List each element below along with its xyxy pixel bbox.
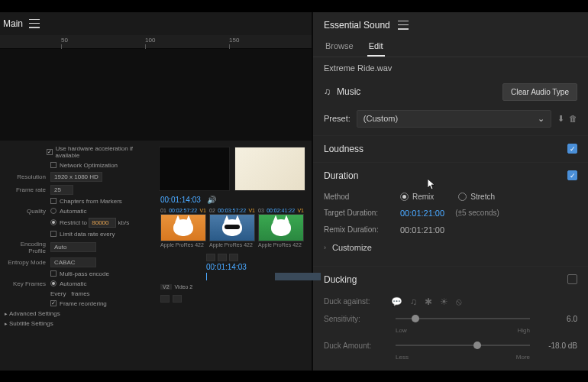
remix-radio[interactable] (400, 193, 409, 201)
slider-thumb[interactable] (412, 315, 419, 322)
menu-icon[interactable] (29, 19, 40, 28)
track-v2-badge[interactable]: V2 (160, 284, 172, 290)
reorder-label: Frame reordering (60, 300, 107, 307)
hw-accel-checkbox[interactable] (47, 149, 53, 155)
method-label: Method (324, 193, 389, 201)
duration-toggle[interactable] (567, 170, 577, 180)
reorder-checkbox[interactable] (50, 300, 57, 306)
timecode[interactable]: 00:01:14:03 (160, 196, 201, 204)
sensitivity-label: Sensitivity: (324, 315, 383, 323)
framerate-dropdown[interactable]: 25 (50, 185, 73, 195)
customize-disclosure[interactable]: › Customize (324, 238, 577, 257)
preset-dropdown[interactable]: (Custom) ⌄ (357, 110, 551, 128)
kf-every-label: Every (50, 290, 66, 297)
duck-sfx-icon[interactable]: ✱ (425, 296, 432, 307)
fx-button[interactable] (218, 254, 227, 261)
method-stretch-option[interactable]: Stretch (458, 193, 495, 201)
track-toggle[interactable] (173, 295, 182, 303)
chapters-checkbox[interactable] (50, 198, 57, 204)
ducking-toggle[interactable] (567, 274, 577, 284)
clip-thumb[interactable]: 0300:02:41:22V1 Apple ProRes 422 (258, 207, 304, 248)
loudness-toggle[interactable] (567, 144, 577, 154)
chevron-right-icon: › (324, 244, 326, 251)
target-duration-label: Target Duration: (324, 209, 389, 217)
limit-rate-label: Limit data rate every (60, 231, 115, 238)
panel-title: Essential Sound (324, 20, 390, 31)
hw-accel-label: Use hardware acceleration if available (56, 145, 148, 159)
speaker-icon[interactable]: 🔊 (207, 196, 216, 204)
loudness-section-header[interactable]: Loudness (313, 135, 588, 159)
restrict-unit: kb/s (118, 219, 129, 226)
duration-section-header[interactable]: Duration (313, 162, 588, 186)
audio-type-label: Music (337, 86, 360, 97)
target-duration-value[interactable]: 00:01:21:00 (400, 209, 444, 218)
chevron-down-icon: ⌄ (538, 114, 544, 124)
timeline-ruler[interactable] (206, 273, 304, 280)
encoding-label: Encoding Profile (5, 241, 50, 254)
duck-music-icon[interactable]: ♫ (410, 296, 417, 307)
panel-menu-icon[interactable] (398, 21, 409, 30)
save-preset-icon[interactable]: ⬇ (557, 114, 564, 124)
delete-preset-icon[interactable]: 🗑 (569, 114, 577, 124)
quality-auto-label: Automatic (60, 208, 87, 215)
duck-unassigned-icon[interactable]: ⦸ (456, 296, 462, 307)
fx-button[interactable] (229, 254, 238, 261)
encoding-dropdown[interactable]: Auto (50, 242, 96, 252)
advanced-settings-disclosure[interactable]: Advanced Settings (0, 309, 153, 319)
timeline-clip[interactable] (275, 273, 321, 280)
remix-duration-value: 00:01:21:00 (400, 225, 444, 235)
track-body[interactable] (206, 293, 304, 304)
music-note-icon: ♫ (324, 86, 331, 97)
ruler-tick: 100 (145, 37, 155, 44)
multipass-label: Multi-pass encode (60, 270, 109, 277)
preview-black (0, 49, 312, 141)
slider-thumb[interactable] (473, 342, 481, 349)
stretch-radio[interactable] (458, 193, 467, 201)
sequence-ruler[interactable]: 50 100 150 (0, 35, 312, 49)
ducking-section-header[interactable]: Ducking (313, 266, 588, 290)
tab-edit[interactable]: Edit (367, 38, 385, 57)
audio-filename: Extreme Ride.wav (313, 57, 588, 79)
duck-amount-slider[interactable] (396, 345, 530, 346)
method-remix-option[interactable]: Remix (400, 193, 434, 201)
duck-dialogue-icon[interactable]: 💬 (391, 296, 402, 307)
kf-frames-label: frames (71, 290, 89, 297)
entropy-dropdown[interactable]: CABAC (50, 257, 96, 267)
fx-button[interactable] (206, 254, 215, 261)
quality-restrict-radio[interactable] (50, 219, 57, 225)
limit-rate-checkbox[interactable] (50, 231, 57, 237)
sensitivity-value[interactable]: 6.0 (542, 315, 577, 323)
preset-label: Preset: (324, 114, 351, 123)
kf-auto-radio[interactable] (50, 280, 57, 286)
clear-audio-type-button[interactable]: Clear Audio Type (502, 83, 577, 101)
sensitivity-slider[interactable] (396, 318, 530, 319)
ruler-tick: 50 (61, 37, 68, 44)
net-opt-label: Network Optimization (60, 162, 118, 169)
program-monitor-left (159, 147, 230, 191)
clip-thumb[interactable]: 0100:02:57:22V1 Apple ProRes 422 (160, 207, 206, 248)
quality-label: Quality (5, 208, 50, 215)
duck-amount-label: Duck Amount: (324, 342, 383, 350)
keyframes-label: Key Frames (5, 280, 50, 287)
clip-thumb[interactable]: 0200:03:57:22V1 Apple ProRes 422 (209, 207, 255, 248)
quality-auto-radio[interactable] (50, 208, 57, 214)
subtitle-settings-disclosure[interactable]: Subtitle Settings (0, 319, 153, 329)
tab-browse[interactable]: Browse (324, 38, 355, 57)
entropy-label: Entropy Mode (5, 259, 50, 266)
net-opt-checkbox[interactable] (50, 162, 57, 168)
ruler-tick: 150 (229, 37, 239, 44)
playhead[interactable] (206, 273, 207, 280)
kf-auto-label: Automatic (60, 280, 87, 287)
track-v2-label: Video 2 (175, 284, 193, 290)
restrict-input[interactable]: 80000 (89, 218, 116, 228)
framerate-label: Frame rate (5, 186, 50, 193)
multipass-checkbox[interactable] (50, 270, 57, 277)
duck-amount-value[interactable]: -18.0 dB (542, 342, 577, 350)
target-duration-hint: (±5 seconds) (455, 209, 499, 217)
duck-ambience-icon[interactable]: ☀ (440, 296, 448, 307)
track-toggle[interactable] (160, 295, 170, 303)
chapters-label: Chapters from Markers (60, 198, 122, 205)
timeline-timecode[interactable]: 00:01:14:03 (160, 263, 304, 271)
resolution-dropdown[interactable]: 1920 x 1080 HD (50, 172, 102, 182)
track-body[interactable] (206, 282, 304, 293)
